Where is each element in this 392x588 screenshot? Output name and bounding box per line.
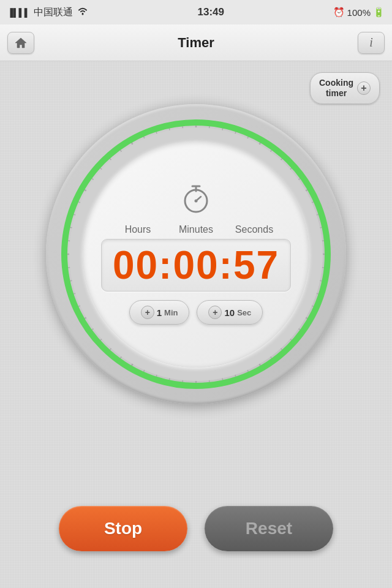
alarm-icon: ⏰ bbox=[333, 7, 345, 18]
signal-icon: ▐▌▌▌ bbox=[7, 8, 30, 17]
status-time: 13:49 bbox=[197, 6, 224, 18]
status-bar: ▐▌▌▌ 中国联通 13:49 ⏰ 100% 🔋 bbox=[0, 0, 392, 24]
time-display-box: 00:00:57 bbox=[101, 239, 291, 292]
cooking-timer-label: Cookingtimer bbox=[319, 78, 353, 99]
svg-point-67 bbox=[195, 200, 198, 203]
seconds-label: Seconds bbox=[225, 224, 284, 235]
add-1min-unit: Min bbox=[164, 308, 178, 317]
carrier-label: 中国联通 bbox=[34, 6, 73, 19]
add-1-min-button[interactable]: + 1 Min bbox=[129, 300, 190, 325]
clock-outer-ring: // This won't execute in SVG, ticks draw… bbox=[46, 104, 346, 404]
add-1min-value: 1 bbox=[157, 307, 162, 318]
time-column-labels: Hours Minutes Seconds bbox=[109, 224, 284, 235]
svg-point-0 bbox=[81, 13, 83, 15]
reset-button[interactable]: Reset bbox=[205, 506, 333, 551]
time-value: 00:00:57 bbox=[113, 246, 279, 285]
add-10sec-unit: Sec bbox=[237, 308, 251, 317]
add-1min-plus-icon: + bbox=[141, 306, 154, 319]
stop-button[interactable]: Stop bbox=[59, 506, 187, 551]
clock-inner-face: Hours Minutes Seconds 00:00:57 + 1 Min bbox=[83, 141, 309, 368]
bottom-buttons: Stop Reset bbox=[59, 506, 333, 551]
info-icon: i bbox=[369, 36, 373, 50]
clock-dial: // This won't execute in SVG, ticks draw… bbox=[46, 104, 346, 404]
status-right: ⏰ 100% 🔋 bbox=[333, 7, 385, 18]
nav-bar: Timer i bbox=[0, 24, 392, 61]
hours-label: Hours bbox=[109, 224, 167, 235]
add-10-sec-button[interactable]: + 10 Sec bbox=[197, 300, 263, 325]
info-button[interactable]: i bbox=[358, 32, 385, 54]
timer-icon bbox=[180, 184, 212, 222]
cooking-timer-button[interactable]: Cookingtimer + bbox=[310, 72, 380, 104]
home-button[interactable] bbox=[7, 32, 34, 54]
add-10sec-value: 10 bbox=[224, 307, 235, 318]
quick-add-buttons: + 1 Min + 10 Sec bbox=[129, 300, 263, 325]
svg-point-68 bbox=[195, 190, 197, 192]
main-content: Cookingtimer + // This won't execute in … bbox=[0, 61, 392, 588]
page-title: Timer bbox=[178, 35, 214, 51]
minutes-label: Minutes bbox=[167, 224, 225, 235]
wifi-icon bbox=[77, 6, 89, 18]
add-10sec-plus-icon: + bbox=[208, 306, 222, 319]
cooking-timer-plus-icon: + bbox=[357, 81, 371, 95]
status-left: ▐▌▌▌ 中国联通 bbox=[7, 6, 89, 19]
battery-icon: 🔋 bbox=[373, 7, 385, 18]
battery-label: 100% bbox=[347, 7, 371, 18]
